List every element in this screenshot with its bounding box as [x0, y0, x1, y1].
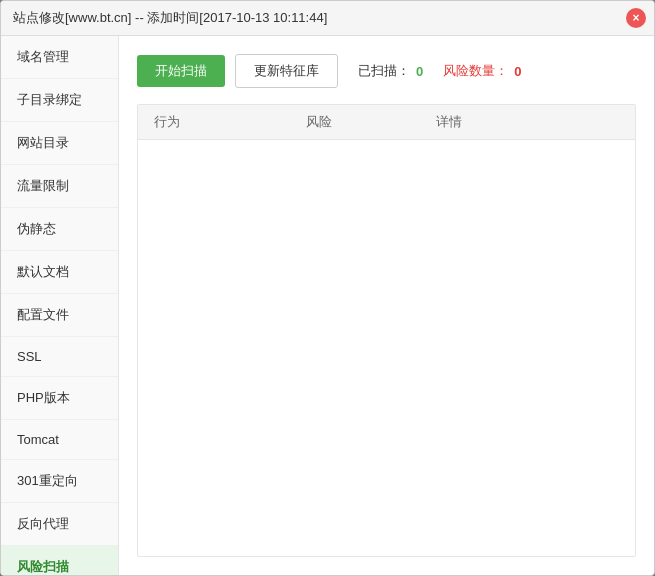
sidebar-item-subdir[interactable]: 子目录绑定: [1, 79, 118, 122]
sidebar-item-proxy[interactable]: 反向代理: [1, 503, 118, 546]
col-detail-header: 详情: [428, 113, 635, 131]
sidebar: 域名管理子目录绑定网站目录流量限制伪静态默认文档配置文件SSLPHP版本Tomc…: [1, 36, 119, 575]
scanned-label: 已扫描：: [358, 62, 410, 80]
toolbar: 开始扫描 更新特征库 已扫描： 0 风险数量： 0: [137, 54, 636, 88]
sidebar-item-traffic[interactable]: 流量限制: [1, 165, 118, 208]
dialog-title: 站点修改[www.bt.cn] -- 添加时间[2017-10-13 10:11…: [13, 10, 327, 25]
sidebar-item-domain[interactable]: 域名管理: [1, 36, 118, 79]
title-bar: 站点修改[www.bt.cn] -- 添加时间[2017-10-13 10:11…: [1, 1, 654, 36]
risk-label: 风险数量：: [443, 62, 508, 80]
scanned-value: 0: [416, 64, 423, 79]
sidebar-item-config[interactable]: 配置文件: [1, 294, 118, 337]
results-table: 行为 风险 详情: [137, 104, 636, 557]
sidebar-item-default-doc[interactable]: 默认文档: [1, 251, 118, 294]
col-action-header: 行为: [138, 113, 298, 131]
risk-value: 0: [514, 64, 521, 79]
sidebar-item-pseudo[interactable]: 伪静态: [1, 208, 118, 251]
content-area: 域名管理子目录绑定网站目录流量限制伪静态默认文档配置文件SSLPHP版本Tomc…: [1, 36, 654, 575]
sidebar-item-php[interactable]: PHP版本: [1, 377, 118, 420]
main-dialog: 站点修改[www.bt.cn] -- 添加时间[2017-10-13 10:11…: [0, 0, 655, 576]
sidebar-item-redirect[interactable]: 301重定向: [1, 460, 118, 503]
scan-button[interactable]: 开始扫描: [137, 55, 225, 87]
sidebar-item-webdir[interactable]: 网站目录: [1, 122, 118, 165]
sidebar-item-tomcat[interactable]: Tomcat: [1, 420, 118, 460]
close-button[interactable]: ×: [626, 8, 646, 28]
col-risk-header: 风险: [298, 113, 428, 131]
table-header: 行为 风险 详情: [138, 105, 635, 140]
scan-stats: 已扫描： 0 风险数量： 0: [358, 62, 521, 80]
sidebar-item-ssl[interactable]: SSL: [1, 337, 118, 377]
main-panel: 开始扫描 更新特征库 已扫描： 0 风险数量： 0 行为 风险 详情: [119, 36, 654, 575]
update-button[interactable]: 更新特征库: [235, 54, 338, 88]
sidebar-item-scan[interactable]: 风险扫描: [1, 546, 118, 575]
